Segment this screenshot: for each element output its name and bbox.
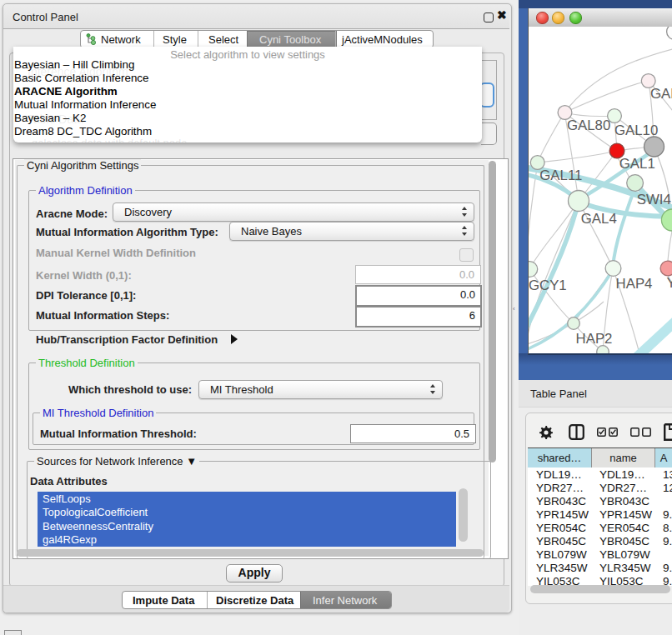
svg-text:GAL4: GAL4 xyxy=(581,211,617,227)
svg-text:HAP4: HAP4 xyxy=(616,276,653,292)
svg-text:GCY1: GCY1 xyxy=(529,278,567,293)
svg-text:GAL1: GAL1 xyxy=(619,156,655,172)
svg-text:HAP2: HAP2 xyxy=(576,331,613,347)
svg-text:GAL80: GAL80 xyxy=(567,118,610,133)
svg-text:GAL11: GAL11 xyxy=(539,168,582,183)
svg-text:GAL7: GAL7 xyxy=(650,86,672,102)
svg-text:SWI4: SWI4 xyxy=(637,192,671,208)
svg-text:GAL10: GAL10 xyxy=(614,122,658,138)
svg-text:Y: Y xyxy=(667,275,672,291)
